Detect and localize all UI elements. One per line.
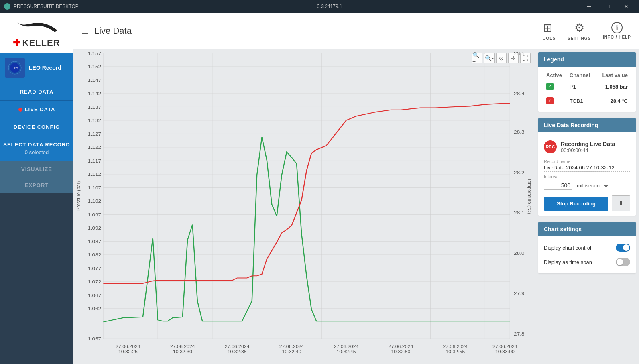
svg-text:1.147: 1.147 — [88, 78, 101, 83]
svg-text:27.8: 27.8 — [514, 331, 524, 337]
svg-text:10:32:40: 10:32:40 — [282, 350, 301, 354]
crosshair-button[interactable]: ✛ — [508, 53, 519, 63]
rec-status-row: REC Recording Live Data 00:00:00:44 — [544, 136, 630, 157]
minimize-button[interactable]: ─ — [580, 0, 598, 13]
rec-name-value: LiveData 2024.06.27 10-32-12 — [544, 165, 630, 172]
rec-interval-field: Interval millisecond second — [544, 174, 630, 190]
display-time-span-row: Display as time span — [544, 255, 630, 269]
sidebar-logo: ✚ KELLER — [0, 13, 73, 53]
svg-text:1.072: 1.072 — [88, 279, 101, 285]
display-chart-toggle[interactable] — [616, 244, 630, 252]
svg-text:LEO: LEO — [12, 67, 18, 70]
legend-row-tob1: ✓ TOB1 28.4 °C — [544, 94, 630, 108]
svg-text:28.3: 28.3 — [514, 130, 524, 135]
rec-interval-unit[interactable]: millisecond second — [575, 182, 609, 189]
stop-recording-button[interactable]: Stop Recording — [544, 197, 608, 211]
svg-text:28.1: 28.1 — [514, 210, 524, 216]
svg-text:1.127: 1.127 — [88, 132, 101, 137]
tools-label: TOOLS — [540, 36, 556, 41]
chart-area: 1.157 1.152 1.147 1.142 1.137 1.132 1.12… — [73, 49, 535, 364]
rec-timer: 00:00:00:44 — [561, 147, 615, 153]
svg-text:1.132: 1.132 — [88, 118, 101, 123]
display-chart-label: Display chart control — [544, 245, 591, 251]
device-config-label: DEVICE CONFIG — [14, 124, 60, 130]
menu-icon[interactable]: ☰ — [81, 26, 89, 36]
tools-action[interactable]: ⊞ TOOLS — [540, 21, 556, 41]
tob1-checkbox[interactable]: ✓ — [546, 97, 554, 104]
settings-label: SETTINGS — [568, 36, 591, 41]
settings-action[interactable]: ⚙ SETTINGS — [568, 21, 591, 41]
nav-read-data[interactable]: READ DATA — [0, 83, 73, 100]
svg-text:27.06.2024: 27.06.2024 — [334, 344, 359, 349]
chart-settings-header: Chart settings — [538, 222, 636, 236]
recording-header: Live Data Recording — [538, 118, 636, 132]
svg-text:1.137: 1.137 — [88, 105, 101, 110]
svg-text:1.142: 1.142 — [88, 91, 101, 96]
zoom-out-button[interactable]: 🔍- — [484, 53, 495, 63]
p1-channel: P1 — [567, 80, 596, 94]
display-time-toggle[interactable] — [616, 258, 630, 266]
svg-text:10:32:50: 10:32:50 — [391, 350, 410, 354]
pause-recording-button[interactable]: ⏸ — [612, 195, 630, 211]
restore-button[interactable]: □ — [599, 0, 617, 13]
select-title: SELECT DATA RECORD — [3, 142, 70, 148]
p1-checkbox[interactable]: ✓ — [546, 83, 554, 90]
export-button[interactable]: EXPORT — [0, 177, 73, 193]
svg-rect-4 — [103, 53, 510, 339]
p1-value: 1.058 bar — [596, 80, 630, 94]
svg-text:1.077: 1.077 — [88, 266, 101, 271]
visualize-label: VISUALIZE — [21, 166, 52, 172]
legend-col-active: Active — [544, 71, 567, 80]
svg-text:27.06.2024: 27.06.2024 — [279, 344, 304, 349]
svg-text:28.2: 28.2 — [514, 170, 524, 175]
svg-text:Temperature (°C): Temperature (°C) — [526, 178, 532, 214]
svg-text:1.097: 1.097 — [88, 212, 101, 218]
svg-text:27.06.2024: 27.06.2024 — [170, 344, 195, 349]
svg-text:1.122: 1.122 — [88, 145, 101, 150]
legend-section: Legend Active Channel Last value — [538, 52, 636, 112]
svg-text:1.102: 1.102 — [88, 199, 101, 204]
tools-icon: ⊞ — [543, 21, 552, 35]
display-chart-control-row: Display chart control — [544, 240, 630, 255]
rec-name-field: Record name LiveData 2024.06.27 10-32-12 — [544, 159, 630, 172]
zoom-reset-button[interactable]: ⊙ — [496, 53, 507, 63]
keller-cross: ✚ — [13, 38, 20, 48]
zoom-in-button[interactable]: 🔍+ — [472, 53, 482, 63]
rec-interval-label: Interval — [544, 174, 630, 179]
right-panel: Legend Active Channel Last value — [535, 49, 639, 364]
nav-live-data[interactable]: LIVE DATA — [0, 100, 73, 118]
svg-text:27.06.2024: 27.06.2024 — [225, 344, 250, 349]
svg-text:10:32:55: 10:32:55 — [446, 350, 465, 354]
recording-section: Live Data Recording REC Recording Live D… — [538, 118, 636, 216]
rec-name-label: Record name — [544, 159, 630, 164]
svg-text:Pressure (bar): Pressure (bar) — [75, 181, 81, 211]
chart-settings-section: Chart settings Display chart control Dis… — [538, 222, 636, 273]
rec-buttons: Stop Recording ⏸ — [544, 195, 630, 211]
app-logo — [4, 3, 10, 10]
svg-text:1.057: 1.057 — [88, 336, 101, 342]
live-indicator — [18, 108, 22, 112]
legend-col-value: Last value — [596, 71, 630, 80]
read-data-label: READ DATA — [20, 89, 54, 95]
app-version: 6.3.24179.1 — [317, 4, 342, 9]
svg-text:10:32:45: 10:32:45 — [336, 350, 356, 354]
legend-table: Active Channel Last value ✓ — [544, 71, 630, 108]
svg-text:1.117: 1.117 — [88, 159, 101, 164]
device-icon: LEO — [5, 58, 25, 78]
close-button[interactable]: ✕ — [617, 0, 635, 13]
legend-header: Legend — [538, 52, 636, 67]
info-label: INFO / HELP — [603, 35, 631, 39]
settings-icon: ⚙ — [574, 21, 584, 35]
expand-button[interactable]: ⛶ — [520, 53, 531, 63]
svg-text:1.092: 1.092 — [88, 226, 101, 231]
toggle-knob-1 — [623, 244, 629, 251]
select-data-section: SELECT DATA RECORD 0 selected — [0, 136, 73, 161]
device-item[interactable]: LEO LEO Record — [0, 53, 73, 83]
rec-interval-input[interactable] — [544, 181, 572, 190]
visualize-button[interactable]: VISUALIZE — [0, 161, 73, 177]
svg-text:27.06.2024: 27.06.2024 — [443, 344, 468, 349]
svg-text:27.06.2024: 27.06.2024 — [116, 344, 140, 349]
info-help-action[interactable]: ℹ INFO / HELP — [603, 22, 631, 39]
keller-brand: KELLER — [22, 38, 60, 48]
nav-device-config[interactable]: DEVICE CONFIG — [0, 118, 73, 136]
